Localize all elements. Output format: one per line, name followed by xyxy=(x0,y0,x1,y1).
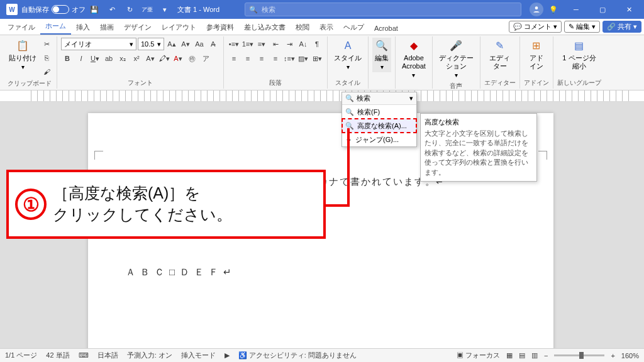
menu-goto[interactable]: →ジャンプ(G)... xyxy=(342,133,416,146)
menu-advanced-find[interactable]: 🔍高度な検索(A)... xyxy=(342,119,416,133)
callout-number: ① xyxy=(15,189,47,220)
tab-draw[interactable]: 描画 xyxy=(95,20,119,35)
font-color-icon[interactable]: A▾ xyxy=(172,52,184,65)
group-addin: ⊞アド イン アドイン xyxy=(520,36,553,89)
zoom-level[interactable]: 160% xyxy=(621,352,639,359)
shrink-font-icon[interactable]: A▾ xyxy=(179,38,192,50)
tab-layout[interactable]: レイアウト xyxy=(157,20,201,35)
status-a11y[interactable]: ♿ アクセシビリティ: 問題ありません xyxy=(238,351,357,360)
clear-format-icon[interactable]: A̶ xyxy=(207,38,219,50)
callout-text: ［高度な検索(A)］を クリックしてください。 xyxy=(53,183,232,226)
font-size-select[interactable]: 10.5▾ xyxy=(138,38,164,50)
status-lang[interactable]: 日本語 xyxy=(97,351,118,360)
tab-design[interactable]: デザイン xyxy=(119,20,157,35)
lightbulb-icon[interactable]: 💡 xyxy=(545,1,562,18)
status-mode[interactable]: 挿入モード xyxy=(181,351,216,360)
save-icon[interactable]: 💾 xyxy=(86,1,103,18)
numbering-icon[interactable]: 1≡▾ xyxy=(242,38,254,50)
sort-icon[interactable]: A↓ xyxy=(297,38,309,50)
qat-dropdown-icon[interactable]: ▾ xyxy=(157,1,173,18)
show-marks-icon[interactable]: ¶ xyxy=(311,38,323,50)
search-box[interactable]: 🔍 検索 xyxy=(245,3,521,16)
multilevel-icon[interactable]: ≡▾ xyxy=(255,38,268,50)
align-right-icon[interactable]: ≡ xyxy=(255,52,268,65)
maximize-button[interactable]: ▢ xyxy=(590,0,615,19)
tooltip-title: 高度な検索 xyxy=(425,118,533,127)
print-layout-icon[interactable]: ▤ xyxy=(519,351,525,359)
status-page[interactable]: 1/1 ページ xyxy=(5,351,37,360)
paste-button[interactable]: 📋貼り付け▾ xyxy=(6,38,39,72)
status-words[interactable]: 42 単語 xyxy=(46,351,69,360)
bold-icon[interactable]: B xyxy=(61,52,74,65)
grow-font-icon[interactable]: A▴ xyxy=(165,38,178,50)
dictation-button[interactable]: 🎤ディクテー ション▾ xyxy=(436,38,476,80)
text-effects-icon[interactable]: A▾ xyxy=(144,52,157,65)
editor-button[interactable]: ✎エディ ター xyxy=(487,38,513,72)
share-button[interactable]: 🔗 共有 ▾ xyxy=(602,21,641,33)
tab-help[interactable]: ヘルプ xyxy=(338,20,369,35)
align-center-icon[interactable]: ≡ xyxy=(242,52,254,65)
subscript-icon[interactable]: x₂ xyxy=(116,52,129,65)
phonetic-icon[interactable]: ア xyxy=(199,52,212,65)
indent-inc-icon[interactable]: ⇥ xyxy=(283,38,296,50)
italic-icon[interactable]: I xyxy=(75,52,87,65)
strike-icon[interactable]: ab xyxy=(103,52,115,65)
search-icon: 🔍 xyxy=(345,94,354,102)
indent-dec-icon[interactable]: ⇤ xyxy=(269,38,282,50)
comments-button[interactable]: 💬 コメント ▾ xyxy=(509,21,562,33)
zoom-slider[interactable] xyxy=(554,354,604,356)
enclose-char-icon[interactable]: ㊕ xyxy=(186,52,198,65)
dropdown-header[interactable]: 🔍検索▾ xyxy=(342,92,416,105)
align-left-icon[interactable]: ≡ xyxy=(228,52,240,65)
search-icon: 🔍 xyxy=(375,39,389,53)
underline-icon[interactable]: U▾ xyxy=(89,52,101,65)
addin-button[interactable]: ⊞アド イン xyxy=(527,38,546,72)
tab-acrobat[interactable]: Acrobat xyxy=(369,22,403,35)
editing-button[interactable]: 🔍編集▾ xyxy=(372,38,391,72)
format-painter-icon[interactable]: 🖌 xyxy=(40,65,53,78)
bullets-icon[interactable]: •≡▾ xyxy=(228,38,240,50)
tab-file[interactable]: ファイル xyxy=(3,20,40,35)
menu-find[interactable]: 🔍検索(F) xyxy=(342,105,416,119)
status-macro-icon[interactable]: ▶ xyxy=(225,351,230,359)
close-button[interactable]: ✕ xyxy=(616,0,641,19)
change-case-icon[interactable]: Aa xyxy=(193,38,206,50)
group-label: クリップボード xyxy=(8,78,52,88)
highlight-icon[interactable]: 🖍▾ xyxy=(158,52,170,65)
shading-icon[interactable]: ▨▾ xyxy=(297,52,309,65)
callout-connector xyxy=(326,204,349,207)
web-layout-icon[interactable]: ▥ xyxy=(531,351,538,359)
group-voice: 🎤ディクテー ション▾ 音声 xyxy=(433,36,480,89)
doc-line-2: ＡＢＣ□ＤＥＦ↵ xyxy=(126,266,236,278)
font-name-select[interactable]: メイリオ▾ xyxy=(61,38,136,50)
read-mode-icon[interactable]: ▦ xyxy=(506,351,513,359)
acrobat-button[interactable]: ◆Adobe Acrobat▾ xyxy=(399,38,428,80)
focus-mode-button[interactable]: ▣ フォーカス xyxy=(457,351,500,360)
styles-button[interactable]: Aスタイル▾ xyxy=(331,38,364,72)
quick-access-icon[interactable]: ア亜 xyxy=(139,1,155,18)
group-clipboard: 📋貼り付け▾ ✂ ⎘ 🖌 クリップボード xyxy=(3,36,57,89)
redo-icon[interactable]: ↻ xyxy=(121,1,138,18)
autosave-state: オフ xyxy=(72,5,86,14)
cut-icon[interactable]: ✂ xyxy=(40,38,53,50)
editing-mode-button[interactable]: ✎ 編集 ▾ xyxy=(564,21,600,33)
justify-icon[interactable]: ≡ xyxy=(269,52,282,65)
tab-review[interactable]: 校閲 xyxy=(291,20,314,35)
line-spacing-icon[interactable]: ↕≡▾ xyxy=(283,52,296,65)
undo-icon[interactable]: ↶ xyxy=(104,1,120,18)
autosave-toggle[interactable]: 自動保存 オフ xyxy=(21,5,86,14)
superscript-icon[interactable]: x² xyxy=(130,52,143,65)
shrink-page-button[interactable]: ▤1 ページ分 縮小 xyxy=(560,38,598,72)
tab-references[interactable]: 参考資料 xyxy=(201,20,239,35)
zoom-in-icon[interactable]: + xyxy=(611,352,614,359)
minimize-button[interactable]: ─ xyxy=(564,0,589,19)
copy-icon[interactable]: ⎘ xyxy=(40,52,53,64)
zoom-out-icon[interactable]: − xyxy=(544,352,548,359)
tab-insert[interactable]: 挿入 xyxy=(71,20,95,35)
borders-icon[interactable]: ⊞▾ xyxy=(311,52,323,65)
tab-home[interactable]: ホーム xyxy=(40,19,71,35)
user-avatar[interactable] xyxy=(530,3,543,16)
tab-mailings[interactable]: 差し込み文書 xyxy=(239,20,291,35)
status-predict[interactable]: 予測入力: オン xyxy=(127,351,172,360)
tab-view[interactable]: 表示 xyxy=(314,20,338,35)
